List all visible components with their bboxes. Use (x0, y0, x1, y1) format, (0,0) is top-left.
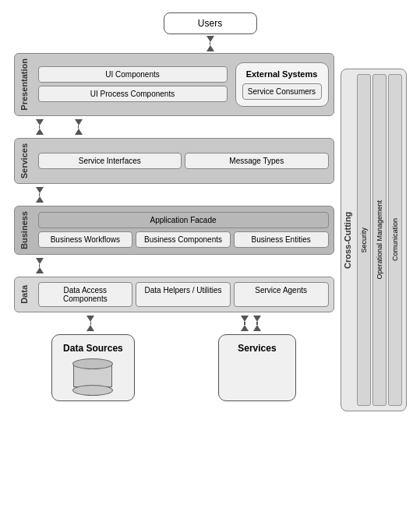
cross-cutting-security: Security (357, 74, 371, 406)
tri-down-icon (36, 119, 44, 125)
right-bottom-arrow1 (241, 316, 249, 331)
database-icon (72, 358, 113, 393)
external-systems-label: External Systems (242, 69, 322, 79)
tri-up-icon4 (36, 267, 44, 273)
services-row: Service Interfaces Message Types (38, 153, 329, 169)
data-helpers-utilities-box: Data Helpers / Utilities (136, 282, 231, 307)
data-label: Data (19, 285, 34, 304)
arrows-row (36, 119, 83, 135)
tri-up-icon3 (36, 196, 44, 203)
tri-up-icon5 (86, 325, 94, 331)
left-bidirectional-arrow (36, 119, 44, 135)
db-bottom-ellipse (72, 385, 113, 396)
cross-cutting-communication: Comunication (388, 74, 402, 406)
presentation-layer: Presentation UI Components UI Process Co… (14, 53, 334, 116)
business-label: Business (19, 211, 34, 249)
biz-data-arrow (14, 258, 334, 273)
serv-biz-arrow (14, 187, 334, 203)
tri-down-icon4 (36, 258, 44, 264)
arrow-up-icon (206, 45, 214, 51)
business-workflows-box: Business Workflows (38, 231, 133, 248)
users-label: Users (198, 18, 222, 29)
security-label: Security (360, 228, 368, 253)
data-layer: Data Data Access Components Data Helpers… (14, 277, 334, 312)
tri-down-icon5 (86, 316, 94, 322)
layers-column: Presentation UI Components UI Process Co… (14, 53, 334, 411)
serv-biz-bidirectional (36, 187, 44, 203)
layers-and-cross: Presentation UI Components UI Process Co… (14, 53, 407, 411)
presentation-label: Presentation (19, 58, 34, 111)
presentation-content: UI Components UI Process Components (38, 66, 228, 102)
right-bidirectional-arrow (75, 119, 83, 135)
service-interfaces-box: Service Interfaces (38, 153, 182, 169)
users-box: Users (164, 12, 257, 34)
data-sources-box: Data Sources (51, 334, 135, 401)
tri-down-icon2 (75, 119, 83, 125)
tri-down-icon6 (241, 316, 249, 322)
tri-up-icon (36, 129, 44, 135)
users-arrow (179, 36, 242, 51)
bottom-section: Data Sources Services (14, 334, 334, 401)
external-systems-box: External Systems Service Consumers (235, 62, 329, 107)
tri-up-icon7 (253, 325, 261, 331)
cross-cutting-items: Security Operational Management Comunica… (354, 69, 406, 411)
tri-up-icon2 (75, 129, 83, 135)
service-agents-box: Service Agents (234, 282, 329, 307)
ui-process-components-box: UI Process Components (38, 86, 228, 102)
left-bottom-arrow (86, 316, 94, 331)
services-bottom-label: Services (238, 343, 276, 354)
bottom-arrows-row (14, 316, 334, 331)
services-label: Services (19, 143, 34, 178)
diagram-wrapper: Users Presentation UI Components UI Pr (14, 12, 407, 503)
ui-components-box: UI Components (38, 66, 228, 83)
tri-down-icon3 (36, 187, 44, 193)
operational-label: Operational Management (376, 200, 383, 280)
application-facade-box: Application Facade (38, 212, 329, 228)
cross-cutting-operational: Operational Management (372, 74, 386, 406)
business-components-box: Business Components (136, 231, 231, 248)
communication-label: Comunication (391, 218, 399, 261)
business-layer: Business Application Facade Business Wor… (14, 206, 334, 255)
right-bottom-arrows (241, 316, 261, 331)
services-layer: Services Service Interfaces Message Type… (14, 138, 334, 184)
biz-data-bidirectional (36, 258, 44, 273)
data-sources-label: Data Sources (63, 343, 123, 354)
message-types-box: Message Types (185, 153, 329, 169)
tri-up-icon6 (241, 325, 249, 331)
services-bottom-box: Services (218, 334, 296, 401)
cross-cutting-label: Cross-Cutting (341, 69, 354, 411)
data-content: Data Access Components Data Helpers / Ut… (38, 282, 329, 307)
pres-services-arrow (14, 119, 334, 135)
data-row: Data Access Components Data Helpers / Ut… (38, 282, 329, 307)
service-consumers-box: Service Consumers (242, 83, 322, 100)
cross-cutting-panel: Cross-Cutting Security Operational Manag… (341, 69, 407, 411)
business-entities-box: Business Entities (234, 231, 329, 248)
arrow-down-icon (206, 36, 214, 42)
right-bottom-arrow2 (253, 316, 261, 331)
business-row: Business Workflows Business Components B… (38, 231, 329, 248)
business-content: Application Facade Business Workflows Bu… (38, 212, 329, 248)
data-access-components-box: Data Access Components (38, 282, 133, 307)
tri-down-icon7 (253, 316, 261, 322)
db-top-ellipse (72, 358, 113, 369)
main-container: Users Presentation UI Components UI Pr (8, 6, 413, 509)
services-content: Service Interfaces Message Types (38, 153, 329, 169)
